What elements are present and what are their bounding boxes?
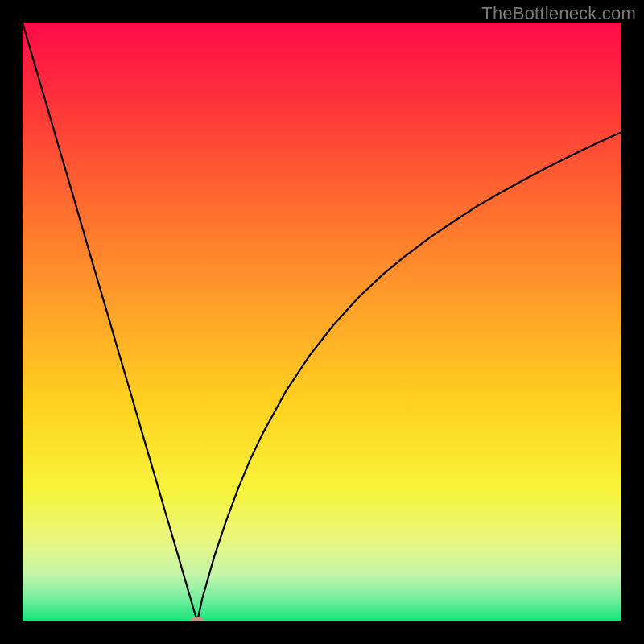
watermark-label: TheBottleneck.com	[481, 3, 636, 24]
vertex-marker	[190, 617, 204, 621]
plot-area	[23, 23, 621, 621]
bottleneck-curve	[23, 23, 621, 621]
chart-frame: TheBottleneck.com	[0, 0, 644, 644]
